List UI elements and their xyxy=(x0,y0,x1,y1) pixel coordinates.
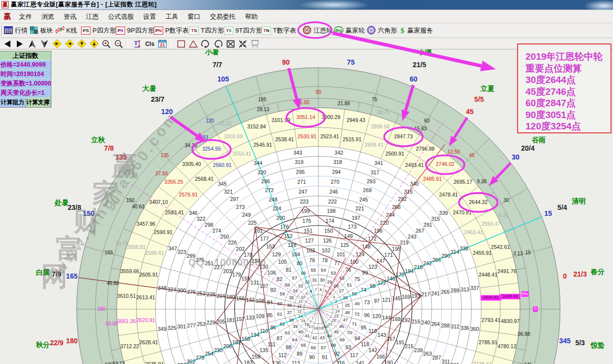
wheel-label: 23/7 xyxy=(151,95,164,103)
wheel-label: 3712.22 xyxy=(120,343,139,349)
calc-resistance-button[interactable]: 计算阻力 xyxy=(0,98,26,107)
toolbar-tnum-button[interactable]: TNT数字表 xyxy=(262,24,296,38)
wheel-label: 245 xyxy=(359,197,368,202)
wheel-label: 28 xyxy=(334,283,339,288)
menu-file[interactable]: 文件 xyxy=(14,11,37,22)
wheel-label: 151 xyxy=(304,228,312,234)
toolbar-hexagon-button[interactable]: 六角形 xyxy=(367,24,397,38)
wheel-label: 2508.41 xyxy=(365,142,384,148)
calendar-icon[interactable]: 21 xyxy=(157,40,167,48)
next-arrow-icon[interactable] xyxy=(15,40,25,48)
wheel-label: 276 xyxy=(187,289,196,295)
wheel-label: 2500.91 xyxy=(386,151,404,157)
diamond-down-icon[interactable] xyxy=(89,40,99,48)
toolbar-hangqing-button[interactable]: 行情 xyxy=(4,24,28,38)
zoom-in-icon[interactable] xyxy=(101,40,111,48)
toolbar-gannwheel-button[interactable]: 江恩轮 xyxy=(303,24,333,38)
wheel-label: 79 xyxy=(309,257,315,263)
toolbar-label: 行情 xyxy=(15,26,28,35)
toolbar-9t4-button[interactable]: T99T四方形 xyxy=(224,24,262,38)
cls-button[interactable]: Cls xyxy=(145,40,155,48)
calc-support-button[interactable]: 计算支撑 xyxy=(26,98,51,107)
axis-scale-icon[interactable]: T xyxy=(132,40,142,48)
wheel-label: 122 xyxy=(378,280,387,285)
toolbar-pnum-button[interactable]: PNP数字表 xyxy=(154,24,189,38)
center-arrows-icon[interactable] xyxy=(238,40,248,48)
wheel-label: 106 xyxy=(267,270,276,276)
toolbar-kline-button[interactable]: K线 xyxy=(55,24,77,38)
diamond-up-icon[interactable] xyxy=(77,40,87,48)
wheel-label: 9.38 xyxy=(477,179,487,184)
diamond-right-icon[interactable] xyxy=(64,40,74,48)
wheel-label: 340 xyxy=(410,181,419,187)
xbox-tool-icon[interactable] xyxy=(225,40,235,48)
wheel-label: 267 xyxy=(416,228,425,234)
wheel-label: 266 xyxy=(433,257,441,263)
menu-formula-pick[interactable]: 公式选股 xyxy=(103,11,138,22)
wheel-label: 175 xyxy=(303,218,311,224)
big-wheel-icon: Big xyxy=(334,26,344,36)
toolbar-bankuai-button[interactable]: 板块 xyxy=(30,24,53,38)
wheel-label: 28.13 xyxy=(257,107,269,112)
menu-news[interactable]: 资讯 xyxy=(59,11,81,22)
wheel-label: 116 xyxy=(337,360,345,364)
wheel-label: 53 xyxy=(331,270,336,276)
zoom-out-icon[interactable] xyxy=(114,40,124,48)
pointer-down-icon[interactable] xyxy=(40,40,49,48)
wheel-label: 2598.41 xyxy=(145,250,164,256)
wheel-label: 2778.41 xyxy=(473,361,491,364)
wheel-label: 105 xyxy=(218,75,229,83)
triangle-tool-icon[interactable] xyxy=(188,40,198,48)
pointer-up-icon[interactable] xyxy=(27,40,37,48)
wheel-label: 119 xyxy=(369,328,377,334)
wheel-label: 182 xyxy=(232,339,241,345)
wheel-label: 294 xyxy=(332,169,341,175)
wheel-label: 250 xyxy=(220,234,229,240)
arc-cw-icon[interactable] xyxy=(213,40,223,48)
wheel-label: 31 xyxy=(312,278,317,283)
rect-tool-icon[interactable] xyxy=(176,40,186,48)
wheel-label: 118 xyxy=(361,341,369,347)
menu-window[interactable]: 窗口 xyxy=(183,11,205,22)
toolbar-9p4-button[interactable]: P99P四方形 xyxy=(116,24,154,38)
wheel-label: 74 xyxy=(361,287,367,293)
wheel-label: 181 xyxy=(226,317,235,323)
menu-tools[interactable]: 工具 xyxy=(161,11,183,22)
wheel-label: 34 xyxy=(293,288,298,293)
wheel-label: 101 xyxy=(337,251,346,257)
wheel-label: 243 xyxy=(408,234,417,240)
wheel-label: 3559.66 xyxy=(120,268,139,274)
wheel-label: 15.63 xyxy=(414,126,427,131)
wheel-label: 6.25 xyxy=(499,213,509,218)
menu-gann[interactable]: 江恩 xyxy=(81,11,103,22)
easel-icon[interactable] xyxy=(250,40,260,48)
wheel-label: 349 xyxy=(158,326,167,332)
wheel-label: 183 xyxy=(244,360,253,364)
toolbar-service-button[interactable]: $赢家服务 xyxy=(399,24,433,38)
toolbar-t4-button[interactable]: TST四方形 xyxy=(189,24,224,38)
toolbar-yingjialun-button[interactable]: Big赢家轮 xyxy=(334,24,365,38)
toolbar-label: 9T四方形 xyxy=(235,26,262,35)
wheel-label: 清明 xyxy=(572,197,586,205)
wheel-label: 12.50 xyxy=(447,149,460,155)
menu-trade[interactable]: 交易委托 xyxy=(205,11,240,22)
toolbar-p4-button[interactable]: PSP四方形 xyxy=(81,24,116,38)
menu-help[interactable]: 帮助 xyxy=(240,11,263,22)
wheel-label: 242 xyxy=(423,260,432,266)
annotation-line-2: 30度2644点 xyxy=(525,74,611,86)
menu-settings[interactable]: 设置 xyxy=(138,11,161,22)
arc-ccw-icon[interactable] xyxy=(201,40,211,48)
diamond-left-icon[interactable] xyxy=(52,40,62,48)
prev-arrow-icon[interactable] xyxy=(2,40,12,48)
wheel-label: 2644.32 xyxy=(469,199,487,205)
wheel-label: 66 xyxy=(310,345,316,350)
wheel-label: 218 xyxy=(414,264,423,270)
wheel-label: 180 xyxy=(226,294,235,300)
wheel-label: 103 xyxy=(306,247,315,253)
wheel-label: 87 xyxy=(277,335,283,341)
wheel-label: 2440.91 xyxy=(502,294,519,299)
wheel-label: 2448.41 xyxy=(479,272,497,278)
menu-browse[interactable]: 浏览 xyxy=(37,11,59,22)
wheel-label: 247 xyxy=(299,189,307,195)
wheel-label: 76 xyxy=(345,267,351,273)
